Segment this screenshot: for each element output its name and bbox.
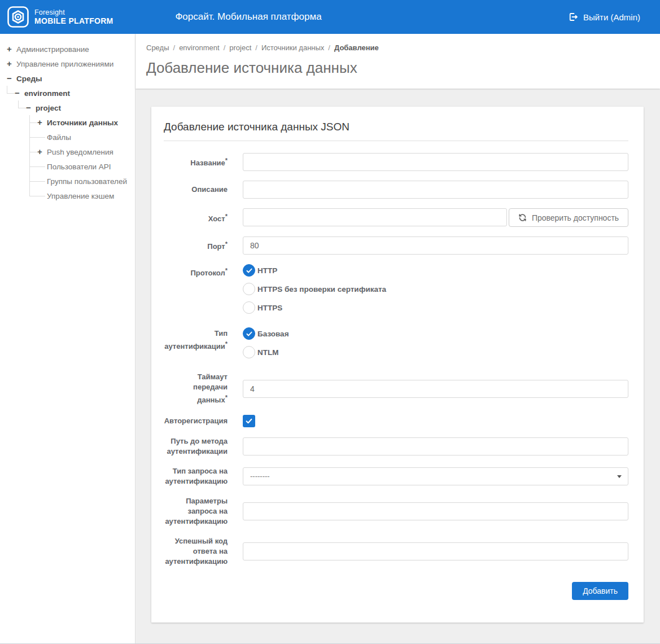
brand-logo-icon [7, 6, 29, 28]
field-row-autoregistration: Авторегистрация [164, 415, 628, 427]
sidebar-item-environment[interactable]: − environment [15, 86, 135, 100]
name-input[interactable] [243, 153, 628, 171]
sidebar-item-api-users[interactable]: Пользователи API [37, 159, 135, 174]
radio-unchecked-icon[interactable] [243, 283, 255, 295]
required-marker: * [225, 267, 228, 274]
radio-checked-icon[interactable] [243, 264, 255, 277]
auth-type-label: Тип аутентификации* [164, 327, 228, 352]
timeout-input[interactable] [243, 380, 628, 398]
protocol-label: Протокол* [164, 264, 228, 278]
breadcrumb-project[interactable]: project [229, 43, 251, 52]
breadcrumb-separator: / [173, 43, 176, 52]
autoregistration-checkbox[interactable] [243, 415, 255, 427]
collapse-icon[interactable]: − [7, 75, 15, 82]
protocol-option-https-no-cert[interactable]: HTTPS без проверки сертификата [243, 283, 628, 295]
name-label: Название* [164, 155, 228, 168]
card-title: Добавление источника данных JSON [164, 119, 628, 141]
auth-type-option-ntlm[interactable]: NTLM [243, 346, 628, 358]
collapse-icon[interactable]: − [15, 89, 23, 97]
field-row-name: Название* [164, 153, 628, 171]
port-input[interactable] [243, 236, 628, 255]
port-label: Порт* [164, 239, 228, 252]
application-window: Foresight MOBILE PLATFORM Форсайт. Мобил… [0, 0, 660, 644]
logout-icon [568, 12, 578, 22]
field-row-auth-request-params: Параметры запроса на аутентификацию [164, 496, 628, 527]
expand-icon[interactable]: + [7, 60, 15, 68]
brand-text: Foresight MOBILE PLATFORM [34, 8, 113, 25]
form-card: Добавление источника данных JSON Названи… [151, 107, 644, 623]
breadcrumb-separator: / [224, 43, 226, 52]
check-icon [246, 330, 253, 338]
field-row-protocol: Протокол* HTTP HTTPS без проверки сертиф [164, 264, 628, 314]
auth-success-code-label: Успешный код ответа на аутентификацию [164, 536, 228, 567]
protocol-option-http[interactable]: HTTP [243, 264, 628, 277]
sidebar-item-files[interactable]: Файлы [37, 130, 135, 144]
navigation-tree: + Администрирование + Управление приложе… [3, 42, 135, 203]
breadcrumb-current: Добавление [334, 43, 379, 52]
required-marker: * [225, 213, 228, 220]
breadcrumb-environment[interactable]: environment [179, 43, 220, 52]
check-availability-button[interactable]: Проверить доступность [509, 208, 628, 227]
expand-icon[interactable]: + [37, 119, 45, 126]
sidebar-item-app-management[interactable]: + Управление приложениями [3, 56, 135, 71]
auth-request-type-value: -------- [250, 472, 270, 480]
sidebar-item-cache-management[interactable]: Управление кэшем [37, 189, 135, 203]
auth-method-path-input[interactable] [243, 437, 628, 455]
page-title: Добавление источника данных [146, 59, 660, 77]
auth-success-code-input[interactable] [243, 542, 628, 560]
required-marker: * [225, 157, 228, 164]
auth-request-params-input[interactable] [243, 502, 628, 520]
required-marker: * [225, 240, 228, 247]
sidebar-item-user-groups[interactable]: Группы пользователей [37, 174, 135, 189]
auth-request-params-label: Параметры запроса на аутентификацию [164, 496, 228, 527]
sidebar: + Администрирование + Управление приложе… [0, 34, 136, 644]
auth-request-type-select[interactable]: -------- [243, 467, 628, 485]
protocol-option-https[interactable]: HTTPS [243, 301, 628, 314]
breadcrumb-environments[interactable]: Среды [146, 43, 169, 52]
app-title: Форсайт. Мобильная платформа [175, 11, 321, 23]
auth-type-option-basic[interactable]: Базовая [243, 327, 628, 340]
field-row-timeout: Таймаут передачи данных* [164, 372, 628, 405]
radio-checked-icon[interactable] [243, 327, 255, 340]
check-availability-label: Проверить доступность [532, 213, 619, 222]
sidebar-item-administration[interactable]: + Администрирование [3, 42, 135, 56]
field-row-port: Порт* [164, 236, 628, 255]
sidebar-item-data-sources[interactable]: + Источники данных [37, 115, 135, 130]
field-row-host: Хост* Проверить доступность [164, 208, 628, 227]
field-row-auth-success-code: Успешный код ответа на аутентификацию [164, 536, 628, 567]
required-marker: * [225, 394, 228, 401]
brand-name: Foresight [34, 8, 113, 16]
check-icon [246, 267, 253, 274]
topbar: Среды / environment / project / Источник… [136, 34, 660, 89]
sidebar-item-environments[interactable]: − Среды [3, 71, 135, 86]
sidebar-item-push-notifications[interactable]: + Push уведомления [37, 144, 135, 159]
breadcrumb: Среды / environment / project / Источник… [146, 43, 660, 52]
breadcrumb-separator: / [328, 43, 330, 52]
radio-unchecked-icon[interactable] [243, 301, 255, 314]
auth-request-type-label: Тип запроса на аутентификацию [164, 466, 228, 487]
sidebar-item-project[interactable]: − project [26, 100, 135, 115]
expand-icon[interactable]: + [7, 45, 15, 53]
content-area: Добавление источника данных JSON Названи… [136, 89, 660, 644]
select-arrow-icon [617, 475, 622, 478]
host-label: Хост* [164, 211, 228, 224]
field-row-auth-method-path: Путь до метода аутентификации [164, 436, 628, 457]
field-row-description: Описание [164, 181, 628, 199]
description-label: Описание [164, 185, 228, 195]
description-input[interactable] [243, 181, 628, 199]
host-input[interactable] [243, 208, 507, 226]
breadcrumb-separator: / [255, 43, 257, 52]
required-marker: * [225, 340, 228, 347]
autoregistration-label: Авторегистрация [164, 416, 228, 426]
radio-unchecked-icon[interactable] [243, 346, 255, 358]
breadcrumb-data-sources[interactable]: Источники данных [261, 43, 324, 52]
brand: Foresight MOBILE PLATFORM [7, 6, 113, 28]
submit-row: Добавить [164, 582, 628, 600]
add-button[interactable]: Добавить [572, 582, 628, 600]
collapse-icon[interactable]: − [26, 104, 34, 112]
app-header: Foresight MOBILE PLATFORM Форсайт. Мобил… [0, 0, 660, 34]
field-row-auth-request-type: Тип запроса на аутентификацию -------- [164, 466, 628, 487]
logout-button[interactable]: Выйти (Admin) [568, 12, 640, 22]
field-row-auth-type: Тип аутентификации* Базовая NTLM [164, 327, 628, 358]
expand-icon[interactable]: + [37, 148, 45, 156]
